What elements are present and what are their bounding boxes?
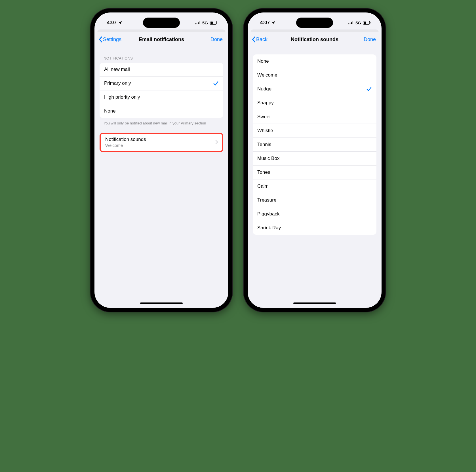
section-header-notifications: NOTIFICATIONS [96, 46, 227, 63]
back-button[interactable]: Settings [98, 36, 121, 43]
sound-label: Calm [257, 183, 372, 189]
svg-point-1 [196, 23, 197, 24]
nav-bar: Back Notification sounds Done [249, 32, 380, 46]
battery-icon [210, 21, 218, 25]
sound-label: Music Box [257, 156, 372, 161]
chevron-left-icon [252, 36, 256, 43]
status-time: 4:07 [260, 20, 270, 26]
sound-label: Whistle [257, 128, 372, 134]
cellular-icon [348, 21, 354, 24]
back-button[interactable]: Back [252, 36, 268, 43]
sound-label: Nudge [257, 86, 366, 92]
phone-left: 4:07 5G [90, 9, 232, 312]
option-label: All new mail [104, 67, 219, 72]
sound-option-row[interactable]: Shrink Ray [253, 221, 376, 235]
sound-option-row[interactable]: Tones [253, 166, 376, 179]
svg-rect-13 [370, 22, 370, 24]
screen-left: 4:07 5G [94, 12, 228, 308]
sound-label: Tones [257, 170, 372, 175]
checkmark-icon [366, 86, 372, 92]
sounds-table: NoneWelcomeNudgeSnappySweetWhistleTennis… [253, 54, 376, 235]
sound-label: Sweet [257, 114, 372, 120]
svg-point-7 [348, 23, 349, 24]
sound-label: Treasure [257, 197, 372, 203]
sheet-background-peek [97, 29, 226, 32]
option-label: Primary only [104, 81, 213, 86]
svg-rect-12 [364, 22, 366, 24]
notification-sounds-title: Notification sounds [105, 137, 146, 142]
modal-sheet: Back Notification sounds Done NoneWelcom… [249, 32, 380, 307]
back-label: Settings [103, 37, 121, 43]
nav-bar: Settings Email notifications Done [96, 32, 227, 46]
location-icon [271, 21, 275, 25]
network-label: 5G [202, 20, 208, 25]
sound-option-row[interactable]: Sweet [253, 110, 376, 124]
dynamic-island [143, 18, 180, 28]
sound-label: Tennis [257, 142, 372, 147]
battery-icon [363, 21, 371, 25]
sound-option-row[interactable]: Snappy [253, 96, 376, 110]
checkmark-icon [213, 81, 219, 86]
svg-point-8 [349, 23, 350, 24]
svg-point-0 [195, 23, 196, 24]
chevron-left-icon [98, 36, 102, 43]
sound-label: Welcome [257, 72, 372, 78]
sound-option-row[interactable]: Whistle [253, 124, 376, 138]
notification-sounds-row[interactable]: Notification sounds Welcome [100, 133, 223, 152]
done-button[interactable]: Done [210, 37, 223, 43]
sound-label: Shrink Ray [257, 225, 372, 231]
svg-rect-2 [198, 22, 199, 24]
notification-option-row[interactable]: All new mail [100, 63, 223, 77]
sound-option-row[interactable]: Treasure [253, 193, 376, 207]
notifications-options-table: All new mailPrimary onlyHigh priority on… [100, 63, 223, 118]
modal-sheet: Settings Email notifications Done NOTIFI… [96, 32, 227, 307]
dynamic-island [296, 18, 333, 28]
notification-sounds-value: Welcome [105, 143, 146, 148]
sound-option-row[interactable]: Welcome [253, 68, 376, 82]
svg-rect-9 [351, 22, 352, 24]
cellular-icon [195, 21, 201, 24]
notification-option-row[interactable]: Primary only [100, 77, 223, 90]
svg-rect-6 [217, 22, 217, 24]
phone-right: 4:07 5G [244, 9, 386, 312]
sound-option-row[interactable]: Nudge [253, 82, 376, 96]
page-title: Notification sounds [249, 37, 380, 43]
chevron-right-icon [215, 140, 218, 144]
sheet-background-peek [250, 29, 379, 32]
option-label: None [104, 108, 219, 114]
sound-option-row[interactable]: None [253, 54, 376, 68]
sound-label: Snappy [257, 100, 372, 106]
notification-option-row[interactable]: None [100, 104, 223, 118]
sound-option-row[interactable]: Music Box [253, 152, 376, 166]
option-label: High priority only [104, 94, 219, 100]
done-button[interactable]: Done [364, 37, 376, 43]
home-indicator[interactable] [140, 302, 183, 304]
screen-right: 4:07 5G [248, 12, 382, 308]
status-time: 4:07 [107, 20, 117, 26]
svg-rect-5 [210, 22, 213, 24]
sound-label: None [257, 58, 372, 64]
svg-rect-3 [199, 21, 200, 24]
section-footer-text: You will only be notified about new mail… [96, 118, 227, 126]
back-label: Back [256, 37, 268, 43]
sound-label: Piggyback [257, 211, 372, 217]
network-label: 5G [355, 20, 361, 25]
home-indicator[interactable] [293, 302, 336, 304]
sound-option-row[interactable]: Piggyback [253, 207, 376, 221]
sound-option-row[interactable]: Calm [253, 179, 376, 193]
location-icon [118, 21, 122, 25]
svg-rect-10 [352, 21, 353, 24]
notification-option-row[interactable]: High priority only [100, 90, 223, 104]
sound-option-row[interactable]: Tennis [253, 138, 376, 152]
